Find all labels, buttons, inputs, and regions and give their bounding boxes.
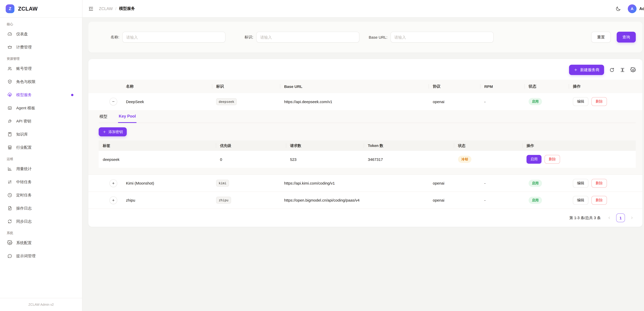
name-filter-label: 名称:	[110, 35, 119, 40]
sidebar-item-knowledge-base[interactable]: 知识库	[4, 129, 78, 140]
reset-button[interactable]: 重置	[591, 32, 611, 43]
sidebar-item-billing[interactable]: 计费管理	[4, 42, 78, 53]
sidebar-section-core: 核心	[7, 22, 76, 27]
expand-cell	[94, 98, 122, 105]
brand-name: ZCLAW	[18, 6, 38, 12]
sidebar-nav: 核心 仪表盘 计费管理 资源管理 账号管理 角色与权限 模型服务	[0, 18, 82, 298]
edit-button[interactable]: 编辑	[573, 97, 588, 106]
filter-group-base-url: Base URL:	[369, 32, 494, 43]
sidebar: Z ZCLAW 核心 仪表盘 计费管理 资源管理 账号管理 角色与权限	[0, 0, 82, 311]
slug-filter-input[interactable]	[256, 32, 360, 43]
filter-group-name: 名称:	[110, 32, 226, 43]
add-key-button[interactable]: 添加密钥	[99, 127, 127, 136]
status-badge: 启用	[528, 197, 542, 204]
key-column-tag: 标签	[99, 143, 216, 148]
key-priority: 0	[216, 157, 286, 161]
providers-table-header: 名称 标识 Base URL 协议 RPM 状态 操作	[88, 80, 642, 93]
provider-actions: 编辑 删除	[569, 97, 636, 106]
create-provider-label: 新建服务商	[580, 67, 600, 72]
sidebar-item-cron-tasks[interactable]: 定时任务	[4, 190, 78, 201]
active-indicator-dot	[71, 94, 74, 96]
provider-protocol: openai	[429, 181, 480, 185]
gauge-icon	[7, 32, 12, 37]
sidebar-section-resources: 资源管理	[7, 57, 76, 61]
create-provider-button[interactable]: 新建服务商	[569, 65, 604, 75]
providers-card: 新建服务商 名称 标识 Base URL 协议 RPM 状态 操作	[88, 59, 642, 227]
header-actions: A Admin	[616, 4, 644, 13]
name-filter-input[interactable]	[122, 32, 226, 43]
base-url-filter-input[interactable]	[390, 32, 494, 43]
tab-models[interactable]: 模型	[99, 110, 108, 123]
edit-button[interactable]: 编辑	[573, 196, 588, 205]
column-settings-gear-icon[interactable]	[630, 67, 636, 73]
previous-page-chevron-left-icon[interactable]	[605, 214, 613, 222]
sidebar-footer-version: ZCLAW Admin v2	[0, 298, 82, 311]
sidebar-item-usage-stats[interactable]: 用量统计	[4, 163, 78, 174]
sidebar-item-label: 仪表盘	[16, 32, 28, 37]
delete-button[interactable]: 删除	[592, 179, 607, 188]
enable-key-button[interactable]: 启用	[526, 155, 542, 164]
table-toolbar: 新建服务商	[88, 59, 642, 80]
key-actions: 启用 删除	[522, 155, 636, 164]
sidebar-item-model-services[interactable]: 模型服务	[4, 89, 78, 100]
sidebar-item-label: 系统配置	[16, 240, 32, 245]
sidebar-item-label: 中转任务	[16, 180, 32, 184]
breadcrumb: ZCLAW / 模型服务	[99, 6, 135, 11]
provider-base-url: https://api.kimi.com/coding/v1	[280, 181, 429, 185]
column-header-protocol: 协议	[429, 84, 480, 89]
shield-check-icon	[7, 79, 12, 84]
sidebar-item-label: 知识库	[16, 132, 28, 137]
sidebar-item-agent-templates[interactable]: Agent 模板	[4, 103, 78, 113]
sidebar-item-operation-logs[interactable]: 操作日志	[4, 203, 78, 214]
sidebar-item-sync-logs[interactable]: 同步日志	[4, 216, 78, 227]
expand-row-button-plus-icon[interactable]	[110, 179, 117, 187]
page-number-button[interactable]: 1	[616, 213, 625, 222]
sidebar-item-api-keys[interactable]: API 密钥	[4, 116, 78, 127]
delete-key-button[interactable]: 删除	[544, 155, 560, 164]
sidebar-item-dashboard[interactable]: 仪表盘	[4, 29, 78, 40]
breadcrumb-separator: /	[115, 6, 116, 11]
row-height-icon[interactable]	[620, 67, 625, 73]
base-url-filter-label: Base URL:	[369, 35, 388, 39]
breadcrumb-current: 模型服务	[119, 6, 135, 11]
sidebar-item-label: Agent 模板	[16, 106, 35, 110]
sidebar-item-accounts[interactable]: 账号管理	[4, 63, 78, 74]
refresh-icon[interactable]	[609, 67, 615, 73]
sidebar-item-label: 定时任务	[16, 193, 32, 198]
avatar: A	[628, 4, 636, 13]
column-header-status: 状态	[524, 84, 569, 89]
tab-key-pool[interactable]: Key Pool	[118, 110, 137, 123]
plus-icon	[102, 130, 106, 134]
delete-button[interactable]: 删除	[592, 196, 607, 205]
key-status-cell: 冷却	[454, 156, 522, 163]
brand-header: Z ZCLAW	[0, 0, 82, 18]
sidebar-item-label: 用量统计	[16, 166, 32, 171]
provider-base-url: https://open.bigmodel.cn/api/coding/paas…	[280, 198, 429, 202]
breadcrumb-root[interactable]: ZCLAW	[99, 6, 113, 11]
collapse-row-button-minus-icon[interactable]	[110, 98, 117, 105]
pagination: 第 1-3 条/总共 3 条 1	[88, 209, 642, 225]
provider-name: Kimi (Moonshot)	[122, 181, 212, 185]
gear-icon	[7, 240, 12, 245]
delete-button[interactable]: 删除	[592, 97, 607, 106]
cooldown-status-badge: 冷却	[458, 156, 472, 163]
provider-name: zhipu	[122, 198, 212, 202]
provider-status-cell: 启用	[524, 180, 569, 187]
sidebar-item-system-config[interactable]: 系统配置	[4, 237, 78, 248]
column-header-actions: 操作	[569, 84, 636, 89]
dark-mode-toggle-moon-icon[interactable]	[616, 6, 621, 12]
expand-row-button-plus-icon[interactable]	[110, 196, 117, 204]
sidebar-item-industry-config[interactable]: 行业配置	[4, 142, 78, 153]
slug-chip: kimi	[216, 180, 229, 187]
search-button[interactable]: 查询	[617, 32, 636, 43]
sidebar-item-label: API 密钥	[16, 119, 31, 124]
sidebar-item-relay-tasks[interactable]: 中转任务	[4, 177, 78, 187]
sidebar-collapse-icon[interactable]	[88, 6, 94, 12]
edit-button[interactable]: 编辑	[573, 179, 588, 188]
sidebar-item-roles[interactable]: 角色与权限	[4, 76, 78, 87]
next-page-chevron-right-icon[interactable]	[628, 214, 636, 222]
main-area: ZCLAW / 模型服务 A Admin 名称: 标识:	[82, 0, 644, 311]
user-menu[interactable]: A Admin	[628, 4, 644, 13]
key-column-tokens: Token 数	[364, 143, 454, 148]
sidebar-item-prompt-management[interactable]: 提示词管理	[4, 250, 78, 261]
